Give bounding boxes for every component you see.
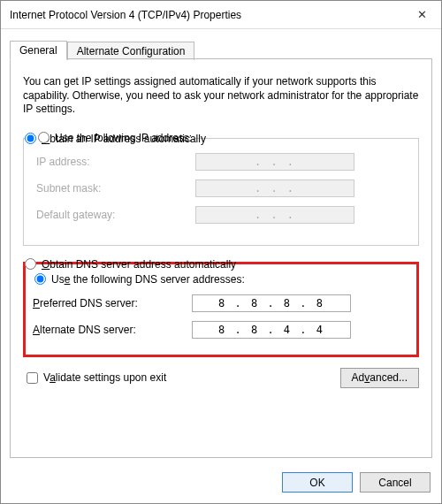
tab-bar: General Alternate Configuration (10, 38, 432, 59)
radio-dns-auto-label: Obtain DNS server address automatically (42, 258, 236, 271)
label-alternate-dns: Alternate DNS server: (33, 324, 192, 336)
radio-dns-auto-input[interactable] (25, 258, 36, 270)
input-default-gateway: . . . (195, 206, 354, 224)
window-title: Internet Protocol Version 4 (TCP/IPv4) P… (10, 9, 402, 21)
input-subnet-mask: . . . (195, 179, 354, 197)
row-subnet-mask: Subnet mask: . . . (36, 179, 406, 197)
radio-dns-manual-input[interactable] (34, 273, 46, 285)
input-preferred-dns[interactable]: 8 . 8 . 8 . 8 (192, 294, 351, 312)
label-subnet-mask: Subnet mask: (36, 182, 195, 195)
radio-dns-manual-label: Use the following DNS server addresses: (51, 273, 245, 286)
ok-button[interactable]: OK (282, 472, 353, 493)
radio-dns-manual[interactable]: Use the following DNS server addresses: (33, 273, 409, 286)
checkbox-validate-input[interactable] (27, 372, 38, 384)
label-default-gateway: Default gateway: (36, 209, 195, 221)
radio-ip-manual-label: Use the following IP address: (55, 132, 192, 144)
row-default-gateway: Default gateway: . . . (36, 206, 406, 224)
checkbox-validate[interactable]: Validate settings upon exit (23, 371, 166, 384)
input-alternate-dns[interactable]: 8 . 8 . 4 . 4 (192, 321, 351, 339)
dns-highlight-box: Use the following DNS server addresses: … (23, 262, 419, 357)
label-preferred-dns: Preferred DNS server: (33, 297, 192, 309)
intro-text: You can get IP settings assigned automat… (23, 75, 419, 117)
input-ip-address: . . . (195, 153, 354, 171)
window: Internet Protocol Version 4 (TCP/IPv4) P… (0, 0, 442, 504)
bottom-row: Validate settings upon exit Advanced... (23, 368, 419, 388)
content: General Alternate Configuration You can … (1, 29, 441, 458)
row-preferred-dns: Preferred DNS server: 8 . 8 . 8 . 8 (33, 294, 409, 312)
row-ip-address: IP address: . . . (36, 153, 406, 171)
titlebar: Internet Protocol Version 4 (TCP/IPv4) P… (1, 1, 441, 29)
ip-frame: Use the following IP address: IP address… (23, 138, 419, 246)
radio-ip-auto-input[interactable] (25, 133, 36, 144)
row-alternate-dns: Alternate DNS server: 8 . 8 . 4 . 4 (33, 321, 409, 339)
checkbox-validate-label: Validate settings upon exit (43, 371, 166, 384)
cancel-button[interactable]: Cancel (360, 472, 431, 493)
tab-general[interactable]: General (10, 41, 67, 60)
tab-alternate-configuration[interactable]: Alternate Configuration (67, 42, 195, 60)
radio-ip-manual-input[interactable] (38, 132, 50, 143)
label-ip-address: IP address: (36, 156, 195, 168)
advanced-button[interactable]: Advanced... (340, 368, 419, 388)
tab-panel-general: You can get IP settings assigned automat… (10, 58, 432, 458)
footer-buttons: OK Cancel (282, 472, 431, 493)
radio-ip-manual[interactable]: Use the following IP address: (36, 132, 195, 144)
close-icon[interactable]: ✕ (402, 1, 441, 29)
